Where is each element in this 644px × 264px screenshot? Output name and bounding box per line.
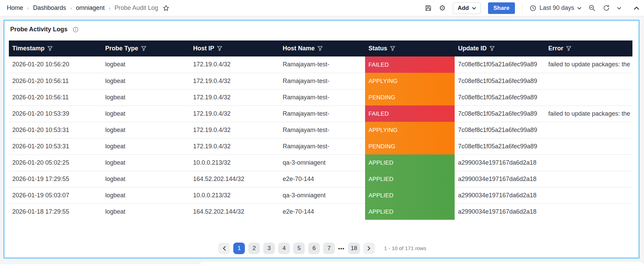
- status-badge: FAILED: [365, 56, 455, 73]
- cell-error: [545, 187, 632, 203]
- filter-funnel-icon[interactable]: [566, 46, 571, 51]
- cell-timestamp: 2026-01-20 05:02:25: [9, 154, 102, 171]
- filter-funnel-icon[interactable]: [489, 46, 495, 51]
- save-dashboard-icon[interactable]: [425, 4, 432, 12]
- page-button-2[interactable]: 2: [248, 243, 260, 254]
- filter-funnel-icon[interactable]: [141, 46, 146, 51]
- cell-error: [545, 154, 632, 171]
- page-button-3[interactable]: 3: [263, 243, 275, 254]
- add-button[interactable]: Add: [453, 2, 481, 14]
- breadcrumb-separator: ›: [69, 5, 73, 11]
- table-row: 2026-01-20 05:02:25logbeat10.0.0.213/32q…: [9, 154, 632, 171]
- cell-error: [545, 138, 632, 154]
- cell-host-name: Ramajayam-test-: [279, 73, 365, 89]
- cell-host-name: Ramajayam-test-: [279, 105, 365, 122]
- column-header-timestamp[interactable]: Timestamp: [9, 40, 102, 56]
- cell-error: [545, 171, 632, 187]
- column-header-update-id[interactable]: Update ID: [455, 40, 545, 56]
- table-row: 2026-01-20 10:53:31logbeat172.19.0.4/32R…: [9, 122, 632, 138]
- status-badge: PENDING: [365, 89, 455, 105]
- status-badge: FAILED: [365, 105, 455, 122]
- table-row: 2026-01-19 17:29:55logbeat164.52.202.144…: [9, 171, 632, 187]
- time-range-picker[interactable]: Last 90 days: [530, 4, 581, 12]
- column-header-label: Timestamp: [12, 45, 45, 52]
- cell-host-ip: 10.0.0.213/32: [190, 187, 279, 203]
- table-row: 2026-01-19 05:03:07logbeat10.0.0.213/32q…: [9, 187, 632, 203]
- cell-host-ip: 172.19.0.4/32: [190, 56, 279, 73]
- cell-timestamp: 2026-01-20 10:56:11: [9, 73, 102, 89]
- cell-host-ip: 172.19.0.4/32: [190, 73, 279, 89]
- status-badge: PENDING: [365, 138, 455, 154]
- zoom-out-time-icon[interactable]: [588, 4, 596, 12]
- cell-probe-type: logbeat: [102, 203, 190, 220]
- page-button-7[interactable]: 7: [323, 243, 335, 254]
- cell-update-id: 7c08ef8c1f05a21a6fec99a89: [455, 89, 545, 105]
- cell-host-name: qa-3-omniagent: [279, 187, 365, 203]
- cell-update-id: 7c08ef8c1f05a21a6fec99a89: [455, 122, 545, 138]
- cell-timestamp: 2026-01-18 17:29:55: [9, 203, 102, 220]
- column-header-label: Status: [368, 45, 387, 52]
- column-header-error[interactable]: Error: [545, 40, 632, 56]
- page-button-5[interactable]: 5: [293, 243, 305, 254]
- filter-funnel-icon[interactable]: [317, 46, 323, 51]
- column-header-label: Update ID: [458, 45, 487, 52]
- cell-probe-type: logbeat: [102, 56, 190, 73]
- top-navigation-bar: Home›Dashboards›omniagent›Probe Audit Lo…: [0, 0, 644, 16]
- cell-timestamp: 2026-01-20 10:53:39: [9, 105, 102, 122]
- status-badge: APPLYING: [365, 73, 455, 89]
- column-header-probe-type[interactable]: Probe Type: [102, 40, 190, 56]
- pagination: 1234567•••18 1 - 10 of 171 rows: [4, 243, 639, 254]
- cell-update-id: 7c08ef8c1f05a21a6fec99a89: [455, 138, 545, 154]
- cell-timestamp: 2026-01-20 10:56:20: [9, 56, 102, 73]
- cell-probe-type: logbeat: [102, 171, 190, 187]
- cell-host-name: qa-3-omniagent: [279, 154, 365, 171]
- cell-probe-type: logbeat: [102, 73, 190, 89]
- dashboard-settings-gear-icon[interactable]: ⚙: [439, 4, 446, 12]
- filter-funnel-icon[interactable]: [47, 46, 53, 51]
- filter-funnel-icon[interactable]: [390, 46, 395, 51]
- filter-funnel-icon[interactable]: [217, 46, 222, 51]
- cell-update-id: a2990034e197167da6d2a18: [455, 171, 545, 187]
- cell-host-ip: 172.19.0.4/32: [190, 122, 279, 138]
- panel-title: Probe Activity Logs: [10, 26, 67, 33]
- probe-activity-logs-panel: Probe Activity Logs TimestampProbe TypeH…: [3, 20, 640, 259]
- page-button-6[interactable]: 6: [308, 243, 320, 254]
- cell-update-id: 7c08ef8c1f05a21a6fec99a89: [455, 73, 545, 89]
- cell-host-name: Ramajayam-test-: [279, 89, 365, 105]
- add-button-label: Add: [458, 5, 469, 12]
- table-header-row: TimestampProbe TypeHost IPHost NameStatu…: [9, 40, 632, 56]
- column-header-status[interactable]: Status: [365, 40, 455, 56]
- cell-host-name: Ramajayam-test-: [279, 122, 365, 138]
- table-row: 2026-01-18 17:29:55logbeat164.52.202.144…: [9, 203, 632, 220]
- favorite-star-icon[interactable]: [163, 5, 169, 11]
- page-button-1[interactable]: 1: [233, 243, 245, 254]
- column-header-host-ip[interactable]: Host IP: [190, 40, 279, 56]
- page-button-18[interactable]: 18: [348, 243, 360, 254]
- breadcrumb-item-probe-audit-log: Probe Audit Log: [114, 4, 158, 12]
- table-body: 2026-01-20 10:56:20logbeat172.19.0.4/32R…: [9, 56, 632, 220]
- cell-timestamp: 2026-01-19 05:03:07: [9, 187, 102, 203]
- cell-update-id: 7c08ef8c1f05a21a6fec99a89: [455, 105, 545, 122]
- breadcrumb-item-home[interactable]: Home: [7, 4, 23, 12]
- column-header-label: Host IP: [193, 45, 214, 52]
- page-buttons: 1234567•••18: [232, 243, 362, 254]
- refresh-interval-chevron-down-icon[interactable]: [617, 7, 621, 10]
- status-badge: APPLIED: [365, 171, 455, 187]
- table-row: 2026-01-20 10:56:20logbeat172.19.0.4/32R…: [9, 56, 632, 73]
- refresh-icon[interactable]: [603, 4, 610, 12]
- probe-audit-table: TimestampProbe TypeHost IPHost NameStatu…: [9, 40, 632, 220]
- next-page-button[interactable]: [363, 243, 375, 254]
- share-button[interactable]: Share: [488, 2, 515, 14]
- chevron-down-icon: [472, 7, 476, 10]
- table-row: 2026-01-20 10:56:11logbeat172.19.0.4/32R…: [9, 73, 632, 89]
- next-panel-top-edge: [199, 261, 644, 264]
- collapse-chevron-up-icon[interactable]: [634, 6, 639, 10]
- prev-page-button[interactable]: [218, 243, 230, 254]
- page-button-4[interactable]: 4: [278, 243, 290, 254]
- column-header-host-name[interactable]: Host Name: [279, 40, 365, 56]
- chevron-down-icon: [577, 7, 581, 10]
- breadcrumb-item-dashboards[interactable]: Dashboards: [33, 4, 66, 12]
- panel-info-icon[interactable]: [73, 27, 79, 33]
- breadcrumb-item-omniagent[interactable]: omniagent: [76, 4, 105, 12]
- cell-host-ip: 172.19.0.4/32: [190, 89, 279, 105]
